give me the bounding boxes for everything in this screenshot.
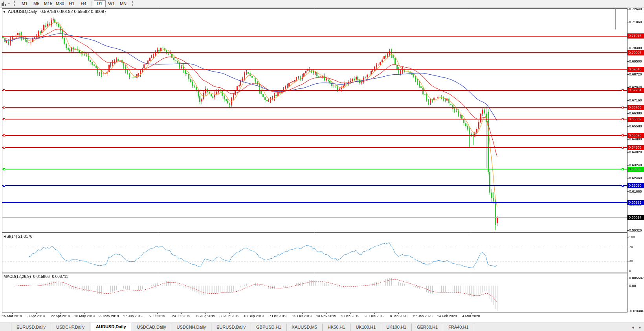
date-label: 15 Mar 2019 xyxy=(2,314,22,318)
chart-tabs: EURUSD,DailyUSDCHF,DailyAUDUSD,DailyUSDC… xyxy=(0,323,474,331)
chart-tab-usdcnh-daily[interactable]: USDCNH,Daily xyxy=(171,324,211,331)
timeframe-button-w1[interactable]: W1 xyxy=(106,0,117,7)
date-label: 18 Sep 2019 xyxy=(244,314,264,318)
date-label: 2 Dec 2019 xyxy=(341,314,359,318)
date-label: 4 Mar 2020 xyxy=(462,314,480,318)
dropdown-caret-icon[interactable]: ▾ xyxy=(8,2,10,5)
chart-ohlc-values: 0.59756 0.60192 0.59582 0.60097 xyxy=(40,9,106,14)
date-label: 13 Nov 2019 xyxy=(316,314,336,318)
date-label: 7 Oct 2019 xyxy=(269,314,286,318)
chart-tab-fra40-h1[interactable]: FRA40,H1 xyxy=(443,324,474,331)
chart-tab-gbpusd-h1[interactable]: GBPUSD,H1 xyxy=(251,324,287,331)
toolbar-grip-icon[interactable] xyxy=(132,1,134,6)
timeframe-button-mn[interactable]: MN xyxy=(117,0,129,7)
date-label: 17 Jun 2019 xyxy=(123,314,143,318)
chart-tab-uk100-h1[interactable]: UK100,H1 xyxy=(350,324,381,331)
date-label: 14 Feb 2020 xyxy=(437,314,457,318)
date-label: 27 Jan 2020 xyxy=(413,314,433,318)
chart-tab-eurusd-daily[interactable]: EURUSD,Daily xyxy=(11,324,51,331)
chart-tab-usdchf-daily[interactable]: USDCHF,Daily xyxy=(51,324,90,331)
toolbar-grip-icon[interactable] xyxy=(14,1,16,6)
timeframe-button-h4[interactable]: H4 xyxy=(78,0,90,7)
date-label: 29 May 2019 xyxy=(99,314,119,318)
chart-tab-xauusd-m5[interactable]: XAUUSD,M5 xyxy=(287,324,323,331)
date-label: 25 Oct 2019 xyxy=(292,314,312,318)
tab-scroll-right-icon[interactable]: ▸ xyxy=(639,325,641,329)
chart-tab-uk100-h1[interactable]: UK100,H1 xyxy=(381,324,412,331)
timeframe-button-m5[interactable]: M5 xyxy=(31,0,42,7)
date-label: 5 Jul 2019 xyxy=(149,314,165,318)
timeframe-button-h1[interactable]: H1 xyxy=(66,0,78,7)
timeframe-toolbar: ▾ M1M5M15M30H1H4D1W1MN xyxy=(0,0,644,7)
mt4-window: ▾ M1M5M15M30H1H4D1W1MN 0.726400.718600.7… xyxy=(0,0,644,331)
chart-tab-usdcad-daily[interactable]: USDCAD,Daily xyxy=(132,324,172,331)
tab-scroll-arrows: ◂ ▸ xyxy=(628,325,641,329)
date-label: 8 Jan 2020 xyxy=(390,314,407,318)
chart-tab-ger30-h1[interactable]: GER30,H1 xyxy=(412,324,443,331)
collapse-icon[interactable]: ▼ xyxy=(3,10,6,14)
timeframe-button-m30[interactable]: M30 xyxy=(54,0,66,7)
date-label: 12 Aug 2019 xyxy=(195,314,215,318)
macd-indicator-label: MACD(12,26,9) -0.015866 -0.008711 xyxy=(4,274,68,279)
time-scale[interactable]: 15 Mar 20193 Apr 201922 Apr 201910 May 2… xyxy=(0,0,644,331)
timeframe-button-m1[interactable]: M1 xyxy=(19,0,31,7)
timeframe-button-m15[interactable]: M15 xyxy=(42,0,54,7)
chart-tab-bar: EURUSD,DailyUSDCHF,DailyAUDUSD,DailyUSDC… xyxy=(0,322,644,331)
chart-area: 0.726400.718600.703000.695000.687200.679… xyxy=(0,0,644,331)
rsi-indicator-label: RSI(14) 21.0176 xyxy=(4,234,32,239)
chart-tab-audusd-daily[interactable]: AUDUSD,Daily xyxy=(90,323,132,331)
toolbar-separator xyxy=(92,1,92,6)
chart-tab-hk50-h1[interactable]: HK50,H1 xyxy=(323,324,351,331)
date-label: 30 Aug 2019 xyxy=(220,314,240,318)
date-label: 22 Apr 2019 xyxy=(51,314,70,318)
date-label: 10 May 2019 xyxy=(74,314,95,318)
timeframe-buttons: M1M5M15M30H1H4D1W1MN xyxy=(19,0,129,7)
date-label: 3 Apr 2019 xyxy=(28,314,45,318)
chart-icon[interactable] xyxy=(2,2,7,6)
chart-title: ▼AUDUSD,Daily0.59756 0.60192 0.59582 0.6… xyxy=(3,9,106,14)
date-label: 20 Dec 2019 xyxy=(364,314,384,318)
chart-symbol-label: AUDUSD,Daily xyxy=(8,9,37,14)
timeframe-button-d1[interactable]: D1 xyxy=(94,0,106,7)
tab-scroll-left-icon[interactable]: ◂ xyxy=(632,325,634,329)
date-label: 24 Jul 2019 xyxy=(172,314,191,318)
chart-tab-eurusd-daily[interactable]: EURUSD,Daily xyxy=(211,324,251,331)
